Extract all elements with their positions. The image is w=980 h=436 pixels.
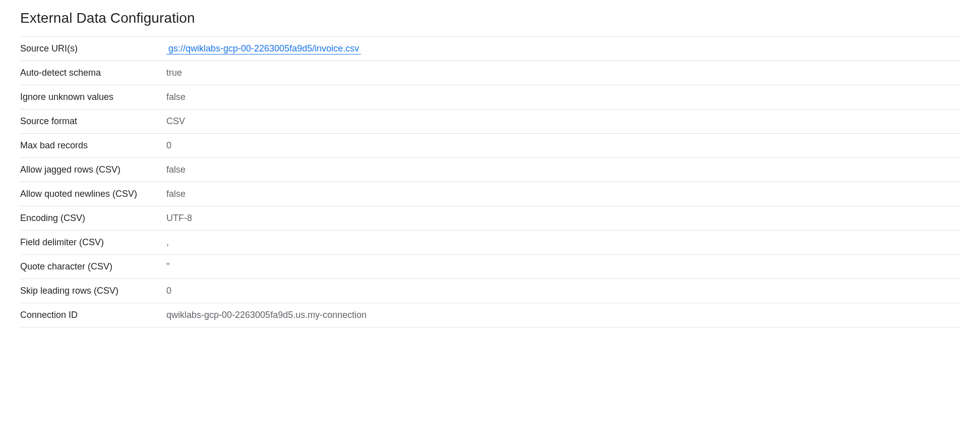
config-value: CSV (166, 110, 960, 134)
config-row: Encoding (CSV)UTF-8 (20, 206, 960, 231)
config-value: gs://qwiklabs-gcp-00-2263005fa9d5/invoic… (166, 37, 960, 61)
config-value: 0 (166, 134, 960, 158)
config-value: false (166, 85, 960, 110)
config-row: Connection IDqwiklabs-gcp-00-2263005fa9d… (20, 303, 960, 328)
config-row: Allow quoted newlines (CSV)false (20, 182, 960, 206)
config-label: Auto-detect schema (20, 61, 166, 85)
config-row: Skip leading rows (CSV)0 (20, 279, 960, 303)
config-row: Auto-detect schematrue (20, 61, 960, 85)
config-label: Ignore unknown values (20, 85, 166, 110)
config-value: UTF-8 (166, 206, 960, 231)
config-label: Quote character (CSV) (20, 255, 166, 279)
config-value: 0 (166, 279, 960, 303)
config-label: Connection ID (20, 303, 166, 328)
config-row: Quote character (CSV)" (20, 255, 960, 279)
config-value: qwiklabs-gcp-00-2263005fa9d5.us.my-conne… (166, 303, 960, 328)
config-label: Allow jagged rows (CSV) (20, 158, 166, 182)
config-label: Source URI(s) (20, 37, 166, 61)
source-uri-link[interactable]: gs://qwiklabs-gcp-00-2263005fa9d5/invoic… (166, 43, 361, 54)
config-row: Ignore unknown valuesfalse (20, 85, 960, 110)
config-label: Allow quoted newlines (CSV) (20, 182, 166, 206)
external-data-config-table: Source URI(s)gs://qwiklabs-gcp-00-226300… (20, 36, 960, 328)
config-row: Max bad records0 (20, 134, 960, 158)
config-label: Encoding (CSV) (20, 206, 166, 231)
config-row: Source URI(s)gs://qwiklabs-gcp-00-226300… (20, 37, 960, 61)
config-label: Source format (20, 110, 166, 134)
config-value: , (166, 231, 960, 255)
config-label: Max bad records (20, 134, 166, 158)
config-row: Field delimiter (CSV), (20, 231, 960, 255)
config-row: Source formatCSV (20, 110, 960, 134)
config-row: Allow jagged rows (CSV)false (20, 158, 960, 182)
config-value: true (166, 61, 960, 85)
config-label: Skip leading rows (CSV) (20, 279, 166, 303)
config-value: false (166, 158, 960, 182)
config-value: false (166, 182, 960, 206)
section-title: External Data Configuration (20, 10, 960, 26)
config-value: " (166, 255, 960, 279)
config-label: Field delimiter (CSV) (20, 231, 166, 255)
